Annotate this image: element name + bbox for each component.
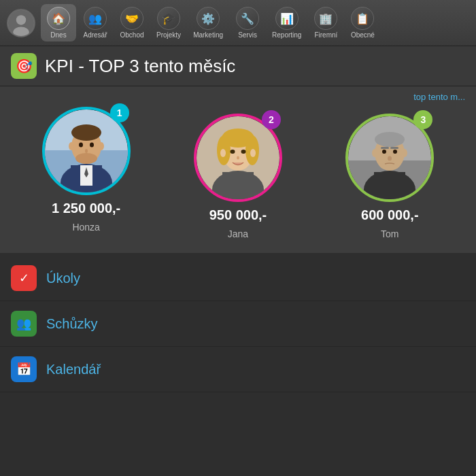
top-navigation: 🏠 Dnes 👥 Adresář 🤝 Obchod 🎓 Projekty ⚙️ …: [0, 0, 476, 46]
svg-point-15: [69, 142, 74, 150]
nav-item-obchod[interactable]: 🤝 Obchod: [114, 4, 150, 41]
svg-point-41: [388, 156, 392, 161]
person-card-tom: 3 600 000,- Tom: [322, 114, 458, 239]
svg-point-34: [375, 132, 405, 147]
top-link[interactable]: top tento m...: [413, 92, 465, 102]
nav-label-servis: Servis: [238, 31, 257, 39]
svg-rect-39: [381, 147, 389, 149]
svg-point-16: [99, 142, 104, 150]
nav-icon-marketing: ⚙️: [197, 7, 220, 30]
nav-item-marketing[interactable]: ⚙️ Marketing: [188, 4, 228, 41]
nav-icon-obecne: 📋: [351, 7, 374, 30]
nav-icon-projekty: 🎓: [157, 7, 180, 30]
person-amount-honza: 1 250 000,-: [52, 201, 120, 216]
nav-icon-obchod: 🤝: [120, 7, 143, 30]
svg-point-10: [71, 124, 101, 141]
rank-badge-tom: 3: [413, 110, 432, 129]
nav-label-projekty: Projekty: [156, 31, 181, 39]
svg-point-27: [241, 150, 245, 154]
svg-point-14: [75, 153, 97, 164]
svg-point-26: [230, 150, 235, 154]
svg-point-1: [16, 15, 26, 24]
nav-label-reporting: Reporting: [272, 31, 301, 39]
person-name-honza: Honza: [72, 222, 99, 233]
svg-rect-40: [390, 147, 398, 149]
nav-icon-servis: 🔧: [236, 7, 259, 30]
svg-point-25: [250, 149, 256, 157]
svg-point-36: [402, 149, 407, 157]
section-icon-ukoly: ✓: [11, 265, 37, 291]
section-icon-kalendar: 📅: [11, 356, 37, 382]
nav-label-adresar: Adresář: [83, 31, 107, 39]
nav-label-obecne: Obecné: [351, 31, 375, 39]
nav-label-dnes: Dnes: [50, 31, 66, 39]
nav-icon-dnes: 🏠: [47, 7, 70, 30]
svg-point-13: [85, 149, 88, 153]
page-title: KPI - TOP 3 tento měsíc: [45, 56, 235, 77]
nav-item-obecne[interactable]: 📋 Obecné: [345, 4, 380, 41]
avatar-wrapper-jana: 2: [194, 114, 282, 202]
nav-item-reporting[interactable]: 📊 Reporting: [267, 4, 307, 41]
podium-container: 1 1 250 000,- Honza: [0, 86, 476, 253]
svg-point-42: [379, 160, 400, 170]
svg-point-2: [13, 27, 29, 37]
person-name-jana: Jana: [228, 228, 248, 239]
user-avatar[interactable]: [7, 9, 35, 37]
person-card-jana: 2 950 000,- Jana: [170, 114, 306, 239]
person-name-tom: Tom: [381, 228, 398, 239]
section-item-ukoly[interactable]: ✓ Úkoly: [0, 256, 476, 301]
nav-item-firemni[interactable]: 🏢 Firemní: [308, 4, 343, 41]
person-card-honza: 1 1 250 000,- Honza: [18, 107, 154, 233]
rank-badge-honza: 1: [110, 103, 129, 122]
person-amount-jana: 950 000,-: [209, 207, 267, 223]
svg-point-11: [79, 143, 83, 148]
section-icon-schuzky: 👥: [11, 311, 37, 337]
nav-item-adresar[interactable]: 👥 Adresář: [78, 4, 113, 41]
main-content: top tento m...: [0, 86, 476, 253]
nav-icon-reporting: 📊: [275, 7, 299, 30]
svg-point-12: [90, 143, 94, 148]
svg-point-24: [220, 149, 226, 157]
avatar-wrapper-tom: 3: [345, 114, 434, 202]
nav-item-projekty[interactable]: 🎓 Projekty: [151, 4, 186, 41]
svg-rect-32: [374, 172, 405, 199]
nav-label-obchod: Obchod: [120, 31, 143, 39]
nav-icon-firemni: 🏢: [314, 7, 337, 30]
svg-point-38: [393, 150, 397, 154]
svg-point-35: [372, 149, 377, 157]
svg-point-28: [237, 156, 239, 160]
nav-item-servis[interactable]: 🔧 Servis: [230, 4, 265, 41]
svg-point-37: [382, 150, 386, 154]
kpi-icon: 🎯: [11, 53, 37, 79]
svg-rect-19: [222, 172, 254, 199]
page-header: 🎯 KPI - TOP 3 tento měsíc: [0, 46, 476, 86]
section-label-ukoly: Úkoly: [46, 271, 80, 286]
nav-item-dnes[interactable]: 🏠 Dnes: [41, 4, 76, 41]
section-item-schuzky[interactable]: 👥 Schůzky: [0, 301, 476, 347]
nav-label-firemni: Firemní: [314, 31, 337, 39]
bottom-sections: ✓ Úkoly 👥 Schůzky 📅 Kalendář: [0, 256, 476, 392]
section-label-schuzky: Schůzky: [46, 316, 98, 332]
section-item-kalendar[interactable]: 📅 Kalendář: [0, 347, 476, 392]
rank-badge-jana: 2: [262, 110, 281, 129]
section-label-kalendar: Kalendář: [46, 362, 101, 377]
person-amount-tom: 600 000,-: [361, 207, 419, 223]
avatar-wrapper-honza: 1: [42, 107, 131, 195]
nav-label-marketing: Marketing: [193, 31, 223, 39]
nav-icon-adresar: 👥: [84, 7, 107, 30]
